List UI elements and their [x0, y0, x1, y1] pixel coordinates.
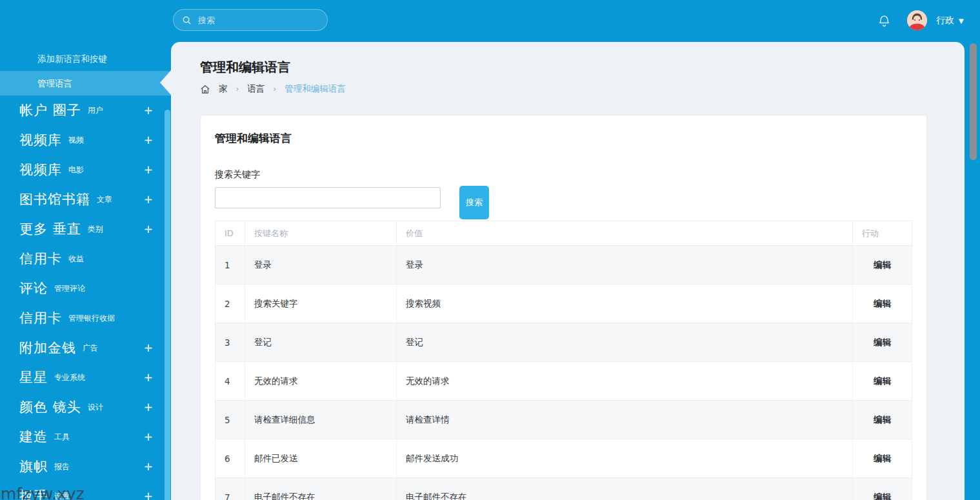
sidebar-item-title: 视频库 [19, 131, 62, 149]
sidebar-item-sublabel: 管理银行收据 [68, 313, 115, 324]
sidebar-item[interactable]: 帐户 圈子 用户 + [0, 95, 171, 125]
table-body: 1 登录 登录 编辑 2 搜索关键字 搜索视频 编辑 3 登记 登记 编辑 4 … [215, 246, 912, 500]
watermark: mfzyw.xyz [1, 485, 85, 500]
sidebar-item[interactable]: 颜色 镜头 设计 + [0, 392, 171, 422]
sidebar-menu: 帐户 圈子 用户 + 视频库 视频 + 视频库 电影 + 图书馆书籍 文章 + … [0, 95, 171, 500]
global-search[interactable] [173, 9, 328, 31]
breadcrumb-current: 管理和编辑语言 [285, 83, 346, 95]
table-row: 2 搜索关键字 搜索视频 编辑 [215, 285, 912, 323]
sidebar-item[interactable]: 旗帜 报告 + [0, 452, 171, 481]
home-icon[interactable] [200, 85, 210, 94]
keyword-search-row: 搜索 [215, 187, 912, 219]
global-search-input[interactable] [197, 15, 319, 26]
main-content: 管理和编辑语言 家 › 语言 › 管理和编辑语言 管理和编辑语言 搜索关键字 搜… [171, 42, 965, 500]
edit-link[interactable]: 编辑 [874, 259, 891, 270]
sidebar-item[interactable]: 视频库 视频 + [0, 125, 171, 155]
sidebar-submenu-item[interactable]: 管理语言 [0, 71, 171, 95]
chevron-right-icon: › [273, 85, 276, 94]
topbar: 行政 ▼ [0, 0, 980, 42]
sidebar-item[interactable]: 更多 垂直 类别 + [0, 214, 171, 244]
plus-icon[interactable]: + [144, 104, 153, 117]
avatar[interactable] [907, 10, 927, 30]
cell-id: 6 [215, 439, 245, 478]
table-row: 7 电子邮件不存在 电子邮件不存在 编辑 [215, 478, 912, 500]
sidebar-item[interactable]: 星星 专业系统 + [0, 363, 171, 392]
plus-icon[interactable]: + [144, 163, 153, 176]
sidebar-item-sublabel: 广告 [83, 343, 98, 354]
chevron-right-icon: › [236, 85, 239, 94]
table-row: 3 登记 登记 编辑 [215, 323, 912, 362]
search-button[interactable]: 搜索 [459, 186, 489, 219]
cell-key-name: 登录 [245, 246, 397, 285]
keyword-label: 搜索关键字 [215, 169, 912, 181]
sidebar-submenu-label: 添加新语言和按键 [37, 54, 107, 64]
sidebar-item-title: 帐户 圈子 [19, 101, 81, 119]
plus-icon[interactable]: + [144, 223, 153, 235]
sidebar-item-sublabel: 类别 [88, 224, 103, 235]
cell-key-name: 电子邮件不存在 [245, 478, 397, 500]
keyword-input[interactable] [215, 187, 441, 208]
plus-icon[interactable]: + [144, 371, 153, 384]
cell-id: 3 [215, 323, 245, 362]
sidebar-scrollbar[interactable] [165, 110, 170, 500]
sidebar-item-title: 信用卡 [19, 250, 62, 268]
sidebar-item-sublabel: 文章 [97, 194, 112, 205]
plus-icon[interactable]: + [144, 193, 153, 206]
page-scrollbar-thumb[interactable] [970, 43, 977, 160]
sidebar-item[interactable]: 附加金钱 广告 + [0, 333, 171, 363]
plus-icon[interactable]: + [144, 134, 153, 146]
plus-icon[interactable]: + [144, 490, 153, 500]
sidebar-item[interactable]: 建造 工具 + [0, 422, 171, 452]
sidebar-item-sublabel: 工具 [54, 432, 70, 443]
sidebar-item[interactable]: 图书馆书籍 文章 + [0, 185, 171, 214]
sidebar-item-title: 附加金钱 [19, 339, 76, 357]
sidebar-item-title: 旗帜 [19, 457, 48, 475]
sidebar-submenu-item[interactable]: 添加新语言和按键 [0, 46, 171, 71]
cell-id: 7 [215, 478, 245, 500]
cell-value: 登录 [397, 246, 853, 285]
sidebar-item[interactable]: 评论 管理评论 [0, 274, 171, 303]
table-header-row: ID 按键名称 价值 行动 [215, 221, 912, 246]
plus-icon[interactable]: + [144, 460, 153, 473]
sidebar-submenu-label: 管理语言 [37, 78, 72, 88]
page-scrollbar[interactable] [965, 42, 980, 500]
page-title: 管理和编辑语言 [200, 59, 290, 76]
breadcrumb-home[interactable]: 家 [219, 83, 228, 95]
search-icon [182, 15, 192, 25]
sidebar-item-sublabel: 用户 [88, 105, 103, 116]
plus-icon[interactable]: + [144, 401, 153, 414]
user-menu[interactable]: 行政 ▼ [936, 15, 964, 26]
table-row: 1 登录 登录 编辑 [215, 246, 912, 285]
edit-link[interactable]: 编辑 [874, 492, 891, 500]
cell-id: 4 [215, 362, 245, 401]
header-action: 行动 [853, 221, 912, 246]
notifications-button[interactable] [877, 14, 892, 29]
sidebar-item-title: 信用卡 [19, 309, 62, 327]
plus-icon[interactable]: + [144, 341, 153, 354]
cell-value: 搜索视频 [397, 285, 853, 323]
user-name: 行政 [936, 15, 954, 26]
sidebar-item[interactable]: 信用卡 收益 [0, 244, 171, 274]
table-row: 6 邮件已发送 邮件发送成功 编辑 [215, 439, 912, 478]
avatar-image [907, 10, 927, 30]
caret-down-icon: ▼ [959, 17, 964, 25]
sidebar: 添加新语言和按键 管理语言 帐户 圈子 用户 + 视频库 视频 + 视频库 电影… [0, 42, 171, 500]
sidebar-item[interactable]: 信用卡 管理银行收据 [0, 303, 171, 333]
plus-icon[interactable]: + [144, 430, 153, 443]
cell-key-name: 无效的请求 [245, 362, 397, 401]
edit-link[interactable]: 编辑 [874, 337, 891, 347]
edit-link[interactable]: 编辑 [874, 298, 891, 308]
table-row: 4 无效的请求 无效的请求 编辑 [215, 362, 912, 401]
sidebar-item-sublabel: 报告 [54, 461, 70, 472]
edit-link[interactable]: 编辑 [874, 375, 891, 386]
cell-key-name: 搜索关键字 [245, 285, 397, 323]
cell-value: 无效的请求 [397, 362, 853, 401]
breadcrumb-language[interactable]: 语言 [247, 83, 265, 95]
cell-id: 1 [215, 246, 245, 285]
sidebar-item-title: 图书馆书籍 [19, 190, 90, 208]
sidebar-item-sublabel: 管理评论 [54, 283, 85, 294]
edit-link[interactable]: 编辑 [874, 453, 891, 463]
sidebar-item-title: 视频库 [19, 161, 62, 179]
sidebar-item[interactable]: 视频库 电影 + [0, 155, 171, 185]
edit-link[interactable]: 编辑 [874, 414, 891, 425]
